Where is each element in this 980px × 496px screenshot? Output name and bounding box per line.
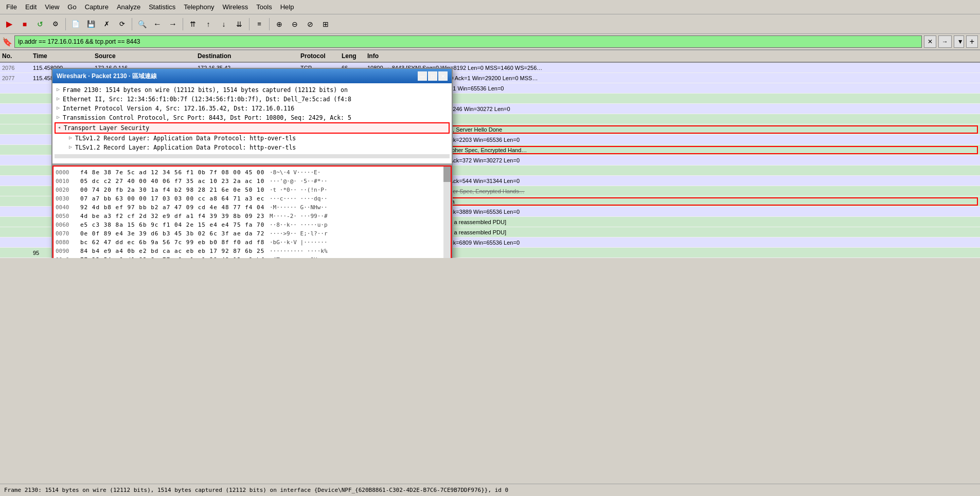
col-header-proto: Protocol [300, 52, 342, 60]
expand-icon: ◂ [58, 124, 61, 130]
hex-row: 0000 f4 8e 38 7e 5c ad 12 34 56 f1 0b 7f… [56, 169, 449, 177]
menu-capture[interactable]: Capture [81, 2, 113, 12]
save-file-btn[interactable]: 💾 [84, 17, 98, 31]
packet-tree-pane[interactable]: ▷ Frame 2130: 1514 bytes on wire (12112 … [52, 83, 452, 166]
jump-prev-btn[interactable]: ↑ [201, 17, 216, 31]
hex-row: 0060 e5 c3 38 8a 15 6b 9c f1 04 2e 15 e4… [56, 221, 449, 229]
expand-icon: ▷ [69, 144, 72, 150]
toolbar: ▶ ■ ↺ ⚙ 📄 💾 ✗ ⟳ 🔍 ← → ⇈ ↑ ↓ ⇊ ≡ ⊕ ⊖ ⊘ ⊞ [0, 14, 980, 34]
row-info: New Session Ticket, Change Cipher Spec, … [367, 188, 978, 194]
hex-content[interactable]: 0000 f4 8e 38 7e 5c ad 12 34 56 f1 0b 7f… [54, 167, 451, 258]
tree-item-tls[interactable]: ◂ Transport Layer Security [55, 122, 450, 134]
toolbar-sep-5 [269, 18, 270, 30]
filter-dropdown-btn[interactable]: ▼ [954, 35, 964, 48]
hex-vscroll[interactable] [443, 167, 451, 258]
menu-file[interactable]: File [2, 2, 21, 12]
row-info: 8443 → 10800 [ACK] Seq=1 Ack=246 Win=302… [367, 106, 978, 112]
dialog-titlebar: Wireshark · Packet 2130 · 區域連線 — □ ✕ [52, 69, 452, 83]
zoom-normal-btn[interactable]: ⊘ [303, 17, 317, 31]
expand-icon: ▷ [57, 86, 60, 92]
tree-item-tls-2[interactable]: ▷ TLSv1.2 Record Layer: Application Data… [55, 143, 450, 152]
col-header-source: Source [95, 52, 198, 60]
expand-icon: ▷ [57, 105, 60, 111]
row-info: 8443 → 10800 [ACK] Seq=2203 Ack=372 Win=… [367, 157, 978, 163]
restart-capture-btn[interactable]: ↺ [33, 17, 47, 31]
filter-apply-btn[interactable]: → [938, 35, 952, 48]
row-info: Application Data [TCP segment of a reass… [367, 219, 978, 225]
resize-columns-btn[interactable]: ⊞ [318, 17, 333, 31]
col-header-time: Time [33, 52, 95, 60]
filterbar: 🔖 ✕ → ▼ + [0, 34, 980, 50]
tree-item-text: Transmission Control Protocol, Src Port:… [63, 114, 351, 121]
toolbar-sep-1 [65, 18, 66, 30]
packet-detail-dialog: Wireshark · Packet 2130 · 區域連線 — □ ✕ ▷ F… [51, 68, 453, 258]
open-file-btn[interactable]: 📄 [68, 17, 83, 31]
row-info-appdata: Application Data, Application Data [367, 197, 978, 206]
menu-edit[interactable]: Edit [21, 2, 41, 12]
zoom-in-btn[interactable]: ⊕ [272, 17, 287, 31]
stop-capture-btn[interactable]: ■ [17, 17, 32, 31]
menu-wireless[interactable]: Wireless [218, 2, 252, 12]
expand-icon: ▷ [57, 96, 60, 101]
go-back-btn[interactable]: ← [150, 17, 165, 31]
statusbar: Frame 2130: 1514 bytes on wire (12112 bi… [0, 484, 980, 496]
capture-options-btn[interactable]: ⚙ [48, 17, 63, 31]
filter-add-btn[interactable]: + [966, 35, 978, 48]
dialog-close-btn[interactable]: ✕ [438, 71, 448, 81]
menu-statistics[interactable]: Statistics [145, 2, 180, 12]
hex-pane: 0000 f4 8e 38 7e 5c ad 12 34 56 f1 0b 7f… [52, 166, 452, 258]
menu-tools[interactable]: Tools [252, 2, 276, 12]
menu-help[interactable]: Help [276, 2, 298, 12]
reload-btn[interactable]: ⟳ [115, 17, 129, 31]
filter-bookmark-icon: 🔖 [2, 37, 12, 47]
find-packet-btn[interactable]: 🔍 [135, 17, 149, 31]
dialog-title: Wireshark · Packet 2130 · 區域連線 [57, 72, 157, 81]
jump-next-btn[interactable]: ↓ [217, 17, 231, 31]
menu-telephony[interactable]: Telephony [180, 2, 218, 12]
filter-input[interactable] [14, 35, 922, 48]
tree-item-tcp[interactable]: ▷ Transmission Control Protocol, Src Por… [55, 113, 450, 122]
hex-row: 0080 bc 62 47 dd ec 6b 9a 56 7c 99 eb b0… [56, 238, 449, 247]
dialog-body: ▷ Frame 2130: 1514 bytes on wire (12112 … [52, 83, 452, 258]
menu-view[interactable]: View [41, 2, 63, 12]
row-no: 2076 [2, 65, 33, 71]
row-info: 8443 → 10800 [ACK] Seq=2203 Ack=544 Win=… [367, 178, 978, 184]
hex-row: 0010 05 dc c2 27 40 00 40 06 f7 35 ac 10… [56, 177, 449, 186]
statusbar-text: Frame 2130: 1514 bytes on wire (12112 bi… [4, 487, 508, 493]
hex-row: 0050 4d be a3 f2 cf 2d 32 e9 df a1 f4 39… [56, 212, 449, 221]
row-info: 8443 → 10800 [SYN, ACK] Seq=0 Ack=1 Win=… [367, 75, 978, 81]
row-info: Application Data [367, 168, 978, 174]
dialog-maximize-btn[interactable]: □ [428, 71, 437, 81]
expand-icon: ▷ [57, 114, 60, 120]
jump-first-btn[interactable]: ⇈ [186, 17, 200, 31]
menu-go[interactable]: Go [63, 2, 80, 12]
row-info: Client Hello [367, 96, 978, 102]
dialog-minimize-btn[interactable]: — [418, 71, 427, 81]
tree-item-text: Internet Protocol Version 4, Src: 172.16… [63, 105, 294, 112]
col-header-info: Info [367, 52, 978, 60]
packet-table-area: 2076 115.458090 172.16.0.116 172.16.35.4… [0, 63, 980, 258]
hex-row: 0040 92 4d b8 ef 97 bb b2 a7 47 09 cd 4e… [56, 204, 449, 212]
close-file-btn[interactable]: ✗ [99, 17, 114, 31]
tree-item-ip[interactable]: ▷ Internet Protocol Version 4, Src: 172.… [55, 104, 450, 113]
hex-row: 0020 00 74 20 fb 2a 30 1a f4 b2 98 28 21… [56, 186, 449, 194]
tree-item-text: Ethernet II, Src: 12:34:56:f1:0b:7f (12:… [63, 96, 351, 103]
toolbar-sep-2 [132, 18, 132, 30]
tree-item-ethernet[interactable]: ▷ Ethernet II, Src: 12:34:56:f1:0b:7f (1… [55, 95, 450, 104]
toolbar-sep-3 [183, 18, 183, 30]
tree-item-frame[interactable]: ▷ Frame 2130: 1514 bytes on wire (12112 … [55, 85, 450, 95]
start-capture-btn[interactable]: ▶ [2, 17, 16, 31]
hex-scroll-thumb[interactable] [443, 167, 451, 182]
go-forward-btn[interactable]: → [166, 17, 180, 31]
dialog-title-buttons: — □ ✕ [418, 71, 448, 81]
colorize-btn[interactable]: ≡ [252, 17, 266, 31]
tree-hscroll[interactable] [55, 154, 450, 158]
zoom-out-btn[interactable]: ⊖ [288, 17, 302, 31]
menu-analyze[interactable]: Analyze [113, 2, 145, 12]
col-header-len: Leng [342, 52, 367, 60]
filter-clear-btn[interactable]: ✕ [924, 35, 936, 48]
tree-item-tls-1[interactable]: ▷ TLSv1.2 Record Layer: Application Data… [55, 134, 450, 143]
hex-row: 00a0 77 23 54 a0 d1 82 8a 77 e0 e1 a1 39… [56, 256, 449, 258]
jump-last-btn[interactable]: ⇊ [232, 17, 246, 31]
row-info-client-key: Client Key Exchange, Change Cipher Spec,… [367, 146, 978, 154]
